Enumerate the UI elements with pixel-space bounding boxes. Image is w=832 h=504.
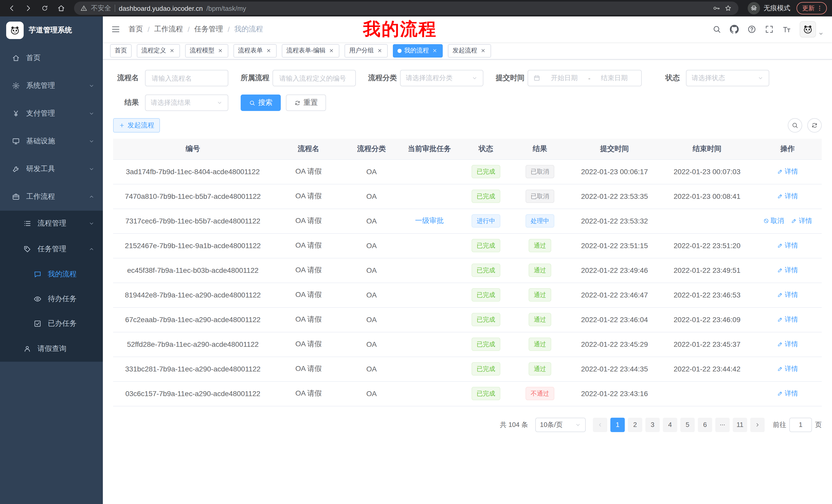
- page-button-3[interactable]: 3: [645, 417, 660, 432]
- close-icon[interactable]: [432, 47, 438, 54]
- breadcrumb-item[interactable]: 工作流程: [154, 25, 183, 34]
- key-icon[interactable]: [712, 4, 721, 12]
- detail-link[interactable]: 详情: [777, 364, 798, 373]
- detail-link[interactable]: 详情: [777, 340, 798, 349]
- sidebar-item-process-mgmt[interactable]: 流程管理: [0, 211, 103, 236]
- close-icon[interactable]: [217, 47, 224, 54]
- sidebar-item-done-tasks[interactable]: 已办任务: [0, 311, 103, 336]
- tab-start-process[interactable]: 发起流程: [448, 44, 491, 57]
- cell-category: OA: [344, 307, 398, 332]
- cell-submit-time: 2022-01-22 23:53:32: [568, 208, 661, 233]
- check-square-icon: [33, 319, 42, 328]
- search-button[interactable]: 搜索: [241, 94, 281, 111]
- page-button-2[interactable]: 2: [628, 417, 642, 432]
- page-button-5[interactable]: 5: [680, 417, 695, 432]
- browser-back-button[interactable]: [5, 2, 19, 15]
- detail-link[interactable]: 详情: [777, 167, 798, 176]
- refresh-table-button[interactable]: [807, 118, 822, 133]
- prev-page-button[interactable]: [593, 417, 607, 432]
- sidebar-item-task-mgmt[interactable]: 任务管理: [0, 236, 103, 262]
- browser-forward-button[interactable]: [22, 2, 35, 15]
- detail-link[interactable]: 详情: [777, 389, 798, 398]
- tab-process-definition[interactable]: 流程定义: [137, 44, 180, 57]
- status-select[interactable]: 请选择状态: [686, 70, 769, 86]
- filter-category: 流程分类 请选择流程分类: [368, 70, 483, 86]
- tab-label: 用户分组: [349, 46, 374, 55]
- tab-my-process[interactable]: 我的流程: [393, 44, 443, 57]
- page-button-6[interactable]: 6: [698, 417, 712, 432]
- result-select[interactable]: 请选择流结果: [145, 94, 228, 111]
- address-bar[interactable]: 不安全 dashboard.yudao.iocoder.cn/bpm/task/…: [74, 2, 738, 15]
- create-process-button[interactable]: 发起流程: [113, 118, 160, 133]
- not-secure-warning-icon[interactable]: [80, 5, 87, 12]
- tab-user-group[interactable]: 用户分组: [344, 44, 388, 57]
- search-icon[interactable]: [712, 25, 722, 34]
- sidebar-item-payment[interactable]: 支付管理: [0, 100, 103, 128]
- toggle-search-button[interactable]: [788, 118, 802, 133]
- more-pages-button[interactable]: [715, 417, 730, 432]
- close-icon[interactable]: [328, 47, 335, 54]
- tab-label: 流程表单: [238, 46, 263, 55]
- sidebar-item-devtools[interactable]: 研发工具: [0, 155, 103, 183]
- sidebar-item-home[interactable]: 首页: [0, 44, 103, 72]
- parent-process-input[interactable]: [272, 70, 356, 86]
- result-tag: 通过: [529, 313, 551, 326]
- detail-link[interactable]: 详情: [777, 192, 798, 201]
- user-menu[interactable]: [800, 21, 824, 37]
- sidebar-item-todo-tasks[interactable]: 待办任务: [0, 287, 103, 311]
- page-button-4[interactable]: 4: [663, 417, 677, 432]
- detail-link[interactable]: 详情: [791, 216, 812, 226]
- cancel-link[interactable]: 取消: [763, 216, 784, 226]
- table-row: 331bc281-7b9a-11ec-a290-acde48001122 OA …: [113, 357, 822, 381]
- tab-home[interactable]: 首页: [110, 44, 132, 57]
- github-icon[interactable]: [730, 25, 739, 34]
- close-icon[interactable]: [480, 47, 487, 54]
- next-page-button[interactable]: [750, 417, 765, 432]
- cell-end-time: [661, 208, 753, 233]
- page-size-select[interactable]: 10条/页: [535, 417, 586, 432]
- sidebar-item-leave-query[interactable]: 请假查询: [0, 336, 103, 362]
- sidebar-item-infrastructure[interactable]: 基础设施: [0, 128, 103, 155]
- app-logo[interactable]: 芋道管理系统: [0, 17, 103, 44]
- submit-time-range-picker[interactable]: 开始日期 - 结束日期: [527, 70, 642, 86]
- detail-link[interactable]: 详情: [777, 290, 798, 300]
- bookmark-star-icon[interactable]: [724, 4, 732, 12]
- cell-id: 52ffd28e-7b9a-11ec-a290-acde48001122: [113, 332, 272, 357]
- tab-process-form[interactable]: 流程表单: [233, 44, 277, 57]
- browser-home-button[interactable]: [54, 2, 68, 15]
- page-button-1[interactable]: 1: [610, 417, 625, 432]
- category-select[interactable]: 请选择流程分类: [400, 70, 483, 86]
- close-icon[interactable]: [169, 47, 175, 54]
- chevron-down-icon: [88, 83, 95, 89]
- current-task-link[interactable]: 一级审批: [415, 216, 444, 226]
- fullscreen-icon[interactable]: [765, 25, 774, 34]
- page-button-11[interactable]: 11: [733, 417, 747, 432]
- close-icon[interactable]: [376, 47, 383, 54]
- font-size-icon[interactable]: [782, 25, 791, 34]
- tab-process-form-edit[interactable]: 流程表单-编辑: [282, 44, 339, 57]
- process-name-input[interactable]: [145, 70, 228, 86]
- cell-category: OA: [344, 208, 398, 233]
- close-icon[interactable]: [265, 47, 272, 54]
- tab-process-model[interactable]: 流程模型: [185, 44, 228, 57]
- cell-category: OA: [344, 233, 398, 258]
- breadcrumb-item[interactable]: 任务管理: [194, 25, 223, 34]
- cell-name: OA 请假: [272, 381, 344, 406]
- breadcrumb-item[interactable]: 首页: [129, 25, 143, 34]
- sidebar-item-workflow[interactable]: 工作流程: [0, 183, 103, 211]
- sidebar-item-my-process[interactable]: 我的流程: [0, 262, 103, 287]
- reset-button[interactable]: 重置: [286, 94, 326, 111]
- sidebar-item-label: 任务管理: [37, 245, 66, 254]
- sidebar-item-system[interactable]: 系统管理: [0, 72, 103, 100]
- status-tag: 已完成: [471, 338, 500, 351]
- browser-reload-button[interactable]: [38, 2, 51, 15]
- help-icon[interactable]: [747, 25, 756, 34]
- detail-link[interactable]: 详情: [777, 241, 798, 250]
- result-tag: 通过: [529, 288, 551, 302]
- cell-current-task: [398, 357, 460, 381]
- browser-update-button[interactable]: 更新: [797, 2, 827, 15]
- goto-page-input[interactable]: [789, 417, 812, 432]
- detail-link[interactable]: 详情: [777, 315, 798, 324]
- detail-link[interactable]: 详情: [777, 265, 798, 275]
- hamburger-icon[interactable]: [111, 25, 120, 34]
